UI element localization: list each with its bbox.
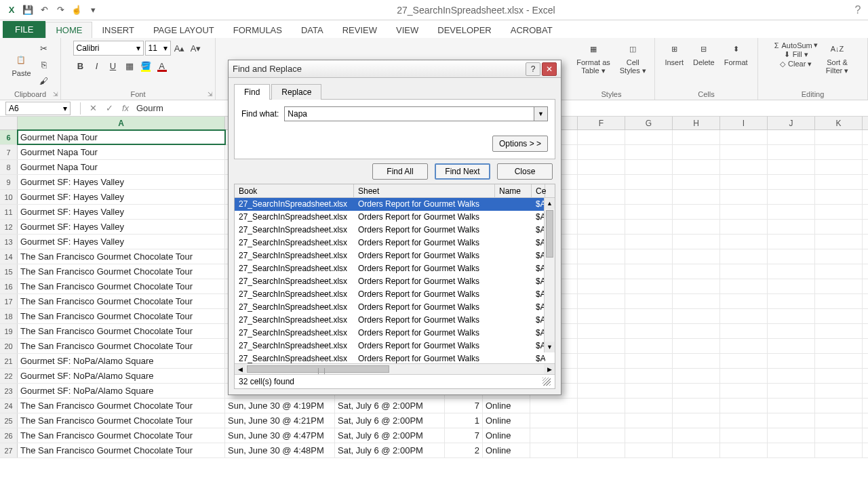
cell[interactable]: Gourmet SF: Hayes Valley xyxy=(18,205,225,219)
results-hscroll[interactable]: ◀ ▶ xyxy=(235,363,555,374)
cell[interactable] xyxy=(673,160,720,174)
cell[interactable] xyxy=(815,205,863,219)
tab-data[interactable]: DATA xyxy=(292,22,333,38)
hscroll-thumb[interactable] xyxy=(247,365,389,373)
cell[interactable] xyxy=(720,324,768,338)
col-header-k[interactable]: K xyxy=(815,117,863,129)
cell[interactable]: 1 xyxy=(445,413,483,428)
excel-icon[interactable]: X xyxy=(4,3,19,18)
cell[interactable] xyxy=(578,384,625,398)
cell[interactable] xyxy=(625,354,673,368)
cell[interactable] xyxy=(578,205,625,219)
cell[interactable] xyxy=(578,279,625,293)
cell[interactable] xyxy=(815,220,863,234)
cell[interactable] xyxy=(578,145,625,159)
cell[interactable] xyxy=(720,339,768,353)
cell[interactable] xyxy=(578,354,625,368)
row-header[interactable]: 6 xyxy=(0,130,18,144)
cell[interactable] xyxy=(720,220,768,234)
cell[interactable]: Sat, July 6 @ 2:00PM xyxy=(335,443,445,458)
row-header[interactable]: 27 xyxy=(0,443,18,458)
cell[interactable] xyxy=(530,443,578,458)
cell[interactable]: Sat, July 6 @ 2:00PM xyxy=(335,428,445,443)
cell[interactable] xyxy=(720,369,768,383)
results-row[interactable]: 27_SearchInSpreadsheet.xlsxOrders Report… xyxy=(235,352,555,363)
cell[interactable] xyxy=(720,160,768,174)
cell[interactable] xyxy=(625,399,673,413)
cell[interactable] xyxy=(625,339,673,353)
cell[interactable]: Sun, June 30 @ 4:47PM xyxy=(225,428,335,443)
tab-home[interactable]: HOME xyxy=(45,22,92,38)
fill-color-icon[interactable]: 🪣 xyxy=(138,58,153,73)
name-box[interactable]: A6▾ xyxy=(5,102,71,115)
row-header[interactable]: 26 xyxy=(0,428,18,443)
cell[interactable] xyxy=(768,339,815,353)
cell[interactable] xyxy=(673,413,720,428)
copy-icon[interactable]: ⎘ xyxy=(37,57,52,72)
cell[interactable] xyxy=(768,428,815,443)
cell[interactable] xyxy=(720,205,768,219)
cell[interactable] xyxy=(768,413,815,428)
cell[interactable]: Gourmet SF: NoPa/Alamo Square xyxy=(18,354,225,368)
cell[interactable] xyxy=(578,249,625,264)
find-all-button[interactable]: Find All xyxy=(372,163,428,180)
cell[interactable] xyxy=(578,428,625,443)
cell[interactable] xyxy=(768,264,815,279)
scroll-left-icon[interactable]: ◀ xyxy=(235,364,245,374)
cell[interactable] xyxy=(768,294,815,308)
row-header[interactable]: 22 xyxy=(0,369,18,383)
cell[interactable] xyxy=(720,279,768,293)
fx-icon[interactable]: fx xyxy=(117,102,134,115)
cell[interactable] xyxy=(530,413,578,428)
cell[interactable] xyxy=(815,309,863,323)
tab-file[interactable]: FILE xyxy=(3,21,45,38)
cell[interactable] xyxy=(673,264,720,279)
borders-icon[interactable]: ▦ xyxy=(122,58,137,73)
cell[interactable]: 2 xyxy=(445,443,483,458)
col-header-a[interactable]: A xyxy=(18,117,225,129)
cell[interactable] xyxy=(768,324,815,338)
cell[interactable]: The San Francisco Gourmet Chocolate Tour xyxy=(18,309,225,323)
cell[interactable] xyxy=(768,190,815,204)
row-header[interactable]: 17 xyxy=(0,294,18,308)
cell[interactable] xyxy=(673,294,720,308)
cell[interactable]: The San Francisco Gourmet Chocolate Tour xyxy=(18,428,225,443)
cell[interactable] xyxy=(578,130,625,144)
results-row[interactable]: 27_SearchInSpreadsheet.xlsxOrders Report… xyxy=(235,224,555,237)
cell[interactable] xyxy=(768,384,815,398)
results-row[interactable]: 27_SearchInSpreadsheet.xlsxOrders Report… xyxy=(235,314,555,327)
cell[interactable]: Gourmet SF: NoPa/Alamo Square xyxy=(18,384,225,398)
cell[interactable] xyxy=(768,160,815,174)
cell[interactable] xyxy=(673,324,720,338)
find-what-input[interactable] xyxy=(284,106,534,121)
results-row[interactable]: 27_SearchInSpreadsheet.xlsxOrders Report… xyxy=(235,275,555,288)
row-header[interactable]: 18 xyxy=(0,309,18,323)
cell[interactable] xyxy=(720,294,768,308)
redo-icon[interactable]: ↷ xyxy=(53,3,68,18)
cell[interactable] xyxy=(815,354,863,368)
cell[interactable]: Sun, June 30 @ 4:19PM xyxy=(225,399,335,413)
fill-button[interactable]: ⬇Fill ▾ xyxy=(774,50,818,59)
cell[interactable]: The San Francisco Gourmet Chocolate Tour xyxy=(18,279,225,293)
cell[interactable] xyxy=(625,264,673,279)
cell[interactable] xyxy=(673,235,720,249)
cell[interactable]: Sat, July 6 @ 2:00PM xyxy=(335,399,445,413)
cell[interactable] xyxy=(815,249,863,264)
cell[interactable]: Gourmet SF: Hayes Valley xyxy=(18,190,225,204)
cell[interactable] xyxy=(625,235,673,249)
results-row[interactable]: 27_SearchInSpreadsheet.xlsxOrders Report… xyxy=(235,211,555,224)
cell[interactable] xyxy=(815,279,863,293)
row-header[interactable]: 25 xyxy=(0,413,18,428)
cell[interactable] xyxy=(815,235,863,249)
row-header[interactable]: 11 xyxy=(0,205,18,219)
enter-formula-icon[interactable]: ✓ xyxy=(101,102,117,115)
cell[interactable] xyxy=(768,145,815,159)
cell[interactable] xyxy=(720,384,768,398)
cell[interactable] xyxy=(720,145,768,159)
cell[interactable] xyxy=(625,324,673,338)
cell[interactable] xyxy=(815,264,863,279)
cell[interactable]: Gourmet SF: Hayes Valley xyxy=(18,175,225,189)
cell[interactable] xyxy=(625,249,673,264)
scroll-up-icon[interactable]: ▲ xyxy=(545,198,555,209)
col-header-j[interactable]: J xyxy=(768,117,815,129)
